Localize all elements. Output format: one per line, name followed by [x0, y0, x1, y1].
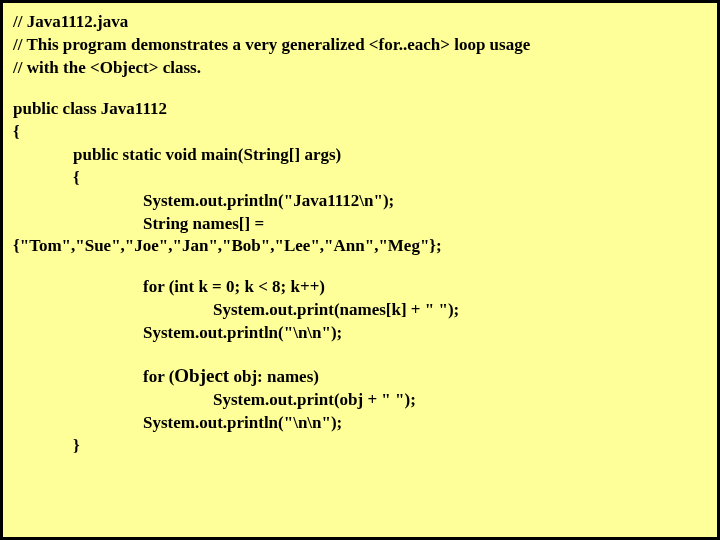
blank-line [13, 258, 707, 276]
comment-desc-1: // This program demonstrates a very gene… [13, 34, 707, 57]
blank-line [13, 345, 707, 363]
object-keyword: Object [174, 365, 229, 386]
open-brace-main: { [13, 167, 707, 190]
for-loop-classic: for (int k = 0; k < 8; k++) [13, 276, 707, 299]
print-names-k: System.out.print(names[k] + " "); [13, 299, 707, 322]
println-newlines-2: System.out.println("\n\n"); [13, 412, 707, 435]
array-values: {"Tom","Sue","Joe","Jan","Bob","Lee","An… [13, 235, 707, 258]
print-obj: System.out.print(obj + " "); [13, 389, 707, 412]
blank-line [13, 80, 707, 98]
class-declaration: public class Java1112 [13, 98, 707, 121]
code-slide: // Java1112.java // This program demonst… [0, 0, 720, 540]
for-each-loop: for (Object obj: names) [13, 363, 707, 389]
open-brace-class: { [13, 121, 707, 144]
array-declaration: String names[] = [13, 213, 707, 236]
println-header: System.out.println("Java1112\n"); [13, 190, 707, 213]
println-newlines-1: System.out.println("\n\n"); [13, 322, 707, 345]
comment-filename: // Java1112.java [13, 11, 707, 34]
comment-desc-2: // with the <Object> class. [13, 57, 707, 80]
close-brace-main: } [13, 435, 707, 458]
main-method: public static void main(String[] args) [13, 144, 707, 167]
